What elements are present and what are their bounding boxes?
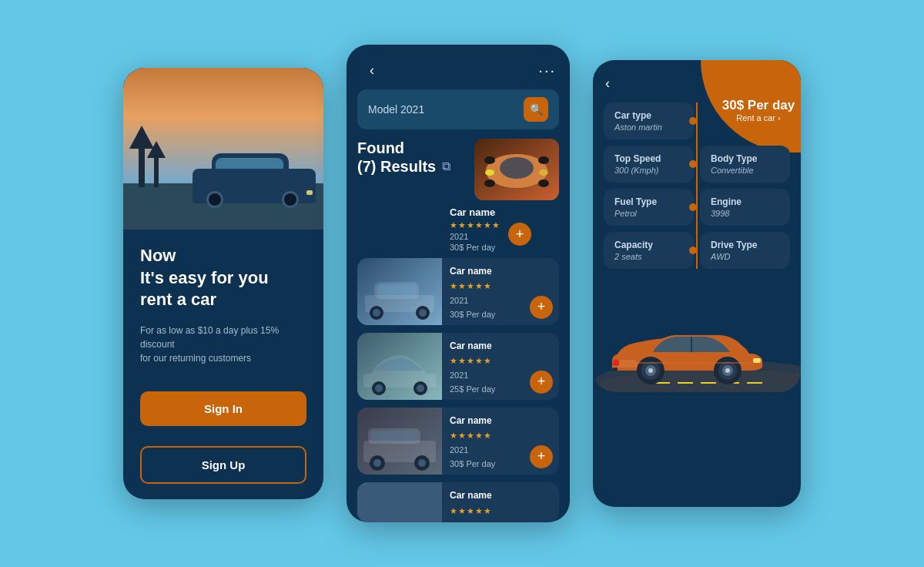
featured-car-image <box>474 139 559 200</box>
list-item: Car name ★★★★★ <box>357 482 559 522</box>
card3-back-button[interactable]: ‹ <box>605 75 610 92</box>
signup-button[interactable]: Sign Up <box>140 446 306 484</box>
spec-capacity: Capacity 2 seats <box>604 232 694 269</box>
car-info-2: Car name ★★★★★ 2021 25$ Per day <box>442 333 530 400</box>
hero-image <box>123 68 323 230</box>
results-count: Found <box>357 139 467 157</box>
featured-car-details: Car name ★★★★★★ 2021 30$ Per day <box>450 206 500 252</box>
car-stars-2: ★★★★★ <box>450 356 522 366</box>
filter-icon[interactable]: ⧉ <box>442 159 450 173</box>
car-price-3: 30$ Per day <box>450 459 522 468</box>
svg-point-3 <box>500 157 534 179</box>
welcome-title: Now It's easy for you rent a car <box>140 245 306 311</box>
svg-point-17 <box>419 309 427 317</box>
svg-point-31 <box>418 459 426 467</box>
car-wheel-front <box>206 191 223 208</box>
welcome-title-text: Now It's easy for you rent a car <box>140 246 269 309</box>
svg-point-9 <box>538 179 549 187</box>
car-svg-2 <box>357 333 442 400</box>
back-button[interactable]: ‹ <box>360 59 383 82</box>
svg-rect-43 <box>753 358 761 363</box>
car-stars-1: ★★★★★ <box>450 281 522 291</box>
svg-point-6 <box>484 156 495 164</box>
spec-body-type: Body Type Convertible <box>700 146 790 183</box>
featured-car-info-row: Car name ★★★★★★ 2021 30$ Per day + <box>346 206 570 258</box>
car-name-4: Car name <box>450 490 551 501</box>
hero-tree-1 <box>139 141 145 187</box>
svg-point-21 <box>375 384 383 392</box>
car-info-4: Car name ★★★★★ <box>442 482 559 522</box>
timeline-dot-2 <box>689 160 697 168</box>
signin-button[interactable]: Sign In <box>140 391 306 426</box>
car-thumbnail-1 <box>357 258 442 325</box>
spec-car-type-value: Aston martin <box>614 122 683 132</box>
list-item: Car name ★★★★★ 2021 25$ Per day + <box>357 333 559 400</box>
add-car-button-1[interactable]: + <box>530 296 553 319</box>
car-wheel-rear <box>282 191 299 208</box>
car-svg-3 <box>357 408 442 475</box>
spec-top-speed: Top Speed 300 (Kmph) <box>604 146 694 183</box>
car-thumbnail-4 <box>357 482 442 522</box>
add-car-button-3[interactable]: + <box>530 445 553 468</box>
car-price-2: 25$ Per day <box>450 384 522 394</box>
spec-empty-1 <box>700 102 790 139</box>
spec-body-type-label: Body Type <box>711 153 779 164</box>
car-price-1: 30$ Per day <box>450 310 522 319</box>
car-stars-4: ★★★★★ <box>450 506 551 516</box>
svg-rect-53 <box>613 367 618 371</box>
search-button[interactable]: 🔍 <box>524 97 548 122</box>
featured-car-name: Car name <box>450 206 500 218</box>
more-options-button[interactable]: ··· <box>538 62 556 79</box>
specs-section: Car type Aston martin Top Speed 300 (Kmp… <box>604 102 790 269</box>
car-name-2: Car name <box>450 341 522 351</box>
search-bar: Model 2021 🔍 <box>357 89 559 129</box>
svg-point-15 <box>373 309 380 317</box>
car-year-3: 2021 <box>450 445 522 455</box>
car-year-1: 2021 <box>450 296 522 305</box>
svg-rect-27 <box>371 431 417 441</box>
search-input[interactable]: Model 2021 <box>368 103 517 116</box>
spec-capacity-value: 2 seats <box>614 252 683 261</box>
card1-content: Now It's easy for you rent a car For as … <box>123 230 323 499</box>
featured-car-stars: ★★★★★★ <box>450 220 500 230</box>
car-info-1: Car name ★★★★★ 2021 30$ Per day <box>442 258 530 325</box>
spec-car-type-label: Car type <box>614 110 683 121</box>
timeline-dot-4 <box>689 247 697 254</box>
add-car-button-2[interactable]: + <box>530 371 553 394</box>
list-item: Car name ★★★★★ 2021 30$ Per day + <box>357 408 559 475</box>
car-year-2: 2021 <box>450 371 522 380</box>
spec-fuel-type-value: Petrol <box>614 209 683 218</box>
spec-fuel-type: Fuel Type Petrol <box>604 189 694 226</box>
welcome-subtitle: For as low as $10 a day plus 15% discoun… <box>140 324 306 365</box>
hero-tree-2 <box>154 153 159 187</box>
road-car-svg <box>593 269 801 392</box>
car-detail-card: 30$ Per day Rent a car › ‹ Car type Asto… <box>593 60 801 507</box>
spec-top-speed-value: 300 (Kmph) <box>614 166 683 175</box>
featured-car-year: 2021 <box>450 232 500 241</box>
svg-point-4 <box>485 169 494 176</box>
car-info-3: Car name ★★★★★ 2021 30$ Per day <box>442 408 530 475</box>
spacer <box>140 377 306 379</box>
spec-drive-type-value: AWD <box>711 252 779 261</box>
spec-engine-label: Engine <box>711 196 779 207</box>
car-headlight <box>306 190 313 195</box>
list-item: Car name ★★★★★ 2021 30$ Per day + <box>357 258 559 325</box>
timeline-dot-3 <box>689 203 697 211</box>
svg-point-51 <box>725 368 730 373</box>
svg-point-8 <box>484 179 495 187</box>
svg-point-7 <box>538 156 549 164</box>
featured-car-svg <box>474 139 559 200</box>
welcome-subtitle-text: For as low as $10 a day plus 15% discoun… <box>140 325 279 364</box>
search-results-card: ‹ ··· Model 2021 🔍 Found (7) Results ⧉ <box>346 45 570 522</box>
timeline-dot-1 <box>689 117 697 125</box>
spec-drive-type: Drive Type AWD <box>700 232 790 269</box>
spec-body-type-value: Convertible <box>711 166 779 175</box>
svg-rect-42 <box>613 360 619 366</box>
spec-capacity-label: Capacity <box>614 240 683 250</box>
welcome-card: Now It's easy for you rent a car For as … <box>123 68 323 499</box>
results-number: (7) Results <box>357 157 436 176</box>
spec-top-speed-label: Top Speed <box>614 153 683 164</box>
featured-add-button[interactable]: + <box>508 223 531 246</box>
car-stars-3: ★★★★★ <box>450 431 522 441</box>
car-name-1: Car name <box>450 266 522 277</box>
